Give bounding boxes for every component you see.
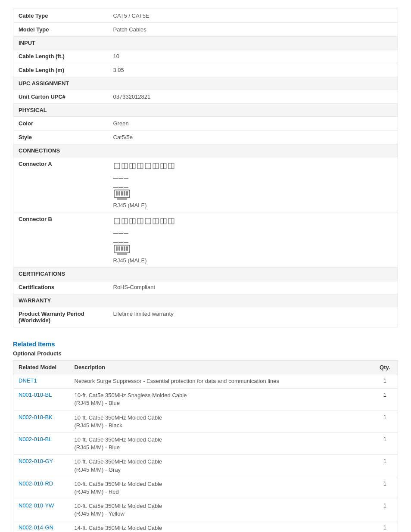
- spec-label: Connector A: [13, 157, 108, 212]
- specs-section-header: UPC ASSIGNMENT: [13, 77, 398, 90]
- spec-label: Cable Type: [13, 9, 108, 23]
- specs-row: Cable Length (m) 3.05: [13, 63, 398, 77]
- related-description: 10-ft. Cat5e 350MHz Molded Cable(RJ45 M/…: [69, 455, 372, 477]
- related-description: 14-ft. Cat5e 350MHz Molded Cable(RJ45 M/…: [69, 521, 372, 532]
- spec-value: RoHS-Compliant: [108, 280, 398, 294]
- connector-icon: ◫◫◫◫◫◫◫◫⎯⎯⎯⎯⎯⎯: [113, 161, 393, 188]
- col-header-description: Description: [69, 361, 372, 374]
- specs-row: Product Warranty Period (Worldwide) Life…: [13, 307, 398, 327]
- related-qty: 1: [372, 521, 398, 532]
- related-items-title: Related Items: [13, 340, 398, 348]
- related-model[interactable]: N002-010-RD: [13, 477, 69, 499]
- related-qty: 1: [372, 389, 398, 411]
- spec-value: Patch Cables: [108, 23, 398, 37]
- specs-row: Style Cat5/5e: [13, 131, 398, 144]
- related-description: 10-ft. Cat5e 350MHz Molded Cable(RJ45 M/…: [69, 477, 372, 499]
- rj45-icon: [113, 189, 131, 201]
- related-description: 10-ft. Cat5e 350MHz Molded Cable(RJ45 M/…: [69, 411, 372, 432]
- spec-value: Green: [108, 117, 398, 131]
- specs-row: Unit Carton UPC# 037332012821: [13, 90, 398, 104]
- related-description: 10-ft. Cat5e 350MHz Snagless Molded Cabl…: [69, 389, 372, 411]
- spec-label: Product Warranty Period (Worldwide): [13, 307, 108, 327]
- model-link[interactable]: N002-010-YW: [19, 502, 54, 509]
- spec-value: Lifetime limited warranty: [108, 307, 398, 327]
- specs-row: Connector A ◫◫◫◫◫◫◫◫⎯⎯⎯⎯⎯⎯ RJ45 (MALE): [13, 157, 398, 212]
- spec-label: Connector B: [13, 212, 108, 268]
- specs-row: Cable Type CAT5 / CAT5E: [13, 9, 398, 23]
- spec-label: Certifications: [13, 280, 108, 294]
- spec-value: Cat5/5e: [108, 131, 398, 144]
- specs-row: Model Type Patch Cables: [13, 23, 398, 37]
- model-link[interactable]: N002-010-BK: [19, 414, 53, 420]
- svg-rect-6: [117, 198, 127, 200]
- specs-table: Cable Type CAT5 / CAT5E Model Type Patch…: [13, 9, 398, 327]
- related-model[interactable]: DNET1: [13, 374, 69, 389]
- related-qty: 1: [372, 499, 398, 521]
- related-table-row: N001-010-BL 10-ft. Cat5e 350MHz Snagless…: [13, 389, 398, 411]
- optional-products-label: Optional Products: [13, 350, 398, 357]
- spec-label: Unit Carton UPC#: [13, 90, 108, 104]
- spec-label: Cable Length (ft.): [13, 50, 108, 63]
- related-table-row: N002-010-YW 10-ft. Cat5e 350MHz Molded C…: [13, 499, 398, 521]
- related-table-row: DNET1 Network Surge Suppressor - Essenti…: [13, 374, 398, 389]
- svg-rect-8: [116, 246, 118, 251]
- related-table: Related Model Description Qty. DNET1 Net…: [13, 360, 398, 532]
- related-qty: 1: [372, 411, 398, 432]
- svg-rect-11: [124, 246, 125, 251]
- model-link[interactable]: N002-010-GY: [19, 458, 53, 464]
- col-header-qty: Qty.: [372, 361, 398, 374]
- svg-rect-3: [121, 191, 123, 196]
- specs-row: Cable Length (ft.) 10: [13, 50, 398, 63]
- related-model[interactable]: N002-010-YW: [13, 499, 69, 521]
- related-model[interactable]: N001-010-BL: [13, 389, 69, 411]
- related-model[interactable]: N002-010-GY: [13, 455, 69, 477]
- related-table-row: N002-010-GY 10-ft. Cat5e 350MHz Molded C…: [13, 455, 398, 477]
- specs-row: Certifications RoHS-Compliant: [13, 280, 398, 294]
- related-qty: 1: [372, 455, 398, 477]
- specs-section-header: WARRANTY: [13, 294, 398, 307]
- related-description: 10-ft. Cat5e 350MHz Molded Cable(RJ45 M/…: [69, 499, 372, 521]
- model-link[interactable]: N001-010-BL: [19, 392, 52, 398]
- related-qty: 1: [372, 374, 398, 389]
- related-model[interactable]: N002-010-BK: [13, 411, 69, 432]
- svg-rect-13: [117, 253, 127, 255]
- related-model[interactable]: N002-014-GN: [13, 521, 69, 532]
- related-table-row: N002-010-BK 10-ft. Cat5e 350MHz Molded C…: [13, 411, 398, 432]
- related-model[interactable]: N002-010-BL: [13, 432, 69, 454]
- svg-rect-4: [124, 191, 125, 196]
- related-items-section: Related Items Optional Products Related …: [13, 340, 398, 532]
- spec-label: Model Type: [13, 23, 108, 37]
- spec-value: CAT5 / CAT5E: [108, 9, 398, 23]
- specs-section-header: PHYSICAL: [13, 104, 398, 117]
- col-header-model: Related Model: [13, 361, 69, 374]
- spec-value: 10: [108, 50, 398, 63]
- specs-section-header: CONNECTIONS: [13, 144, 398, 157]
- rj45-icon: [113, 244, 131, 256]
- model-link[interactable]: N002-014-GN: [19, 524, 53, 531]
- specs-row: Color Green: [13, 117, 398, 131]
- spec-value: 037332012821: [108, 90, 398, 104]
- svg-rect-9: [118, 246, 120, 251]
- spec-value: 3.05: [108, 63, 398, 77]
- specs-section-header: CERTIFICATIONS: [13, 268, 398, 280]
- related-qty: 1: [372, 432, 398, 454]
- model-link[interactable]: DNET1: [19, 377, 37, 384]
- related-table-row: N002-014-GN 14-ft. Cat5e 350MHz Molded C…: [13, 521, 398, 532]
- specs-section-header: INPUT: [13, 37, 398, 50]
- svg-rect-10: [121, 246, 123, 251]
- spec-value: ◫◫◫◫◫◫◫◫⎯⎯⎯⎯⎯⎯ RJ45 (MALE): [108, 212, 398, 268]
- related-qty: 1: [372, 477, 398, 499]
- model-link[interactable]: N002-010-RD: [19, 480, 53, 487]
- related-description: Network Surge Suppressor - Essential pro…: [69, 374, 372, 389]
- spec-label: Style: [13, 131, 108, 144]
- related-description: 10-ft. Cat5e 350MHz Molded Cable(RJ45 M/…: [69, 432, 372, 454]
- svg-rect-5: [126, 191, 128, 196]
- related-table-row: N002-010-RD 10-ft. Cat5e 350MHz Molded C…: [13, 477, 398, 499]
- svg-rect-1: [116, 191, 118, 196]
- related-table-row: N002-010-BL 10-ft. Cat5e 350MHz Molded C…: [13, 432, 398, 454]
- spec-label: Cable Length (m): [13, 63, 108, 77]
- connector-icon: ◫◫◫◫◫◫◫◫⎯⎯⎯⎯⎯⎯: [113, 216, 393, 243]
- model-link[interactable]: N002-010-BL: [19, 436, 52, 442]
- spec-label: Color: [13, 117, 108, 131]
- specs-row: Connector B ◫◫◫◫◫◫◫◫⎯⎯⎯⎯⎯⎯ RJ45 (MALE): [13, 212, 398, 268]
